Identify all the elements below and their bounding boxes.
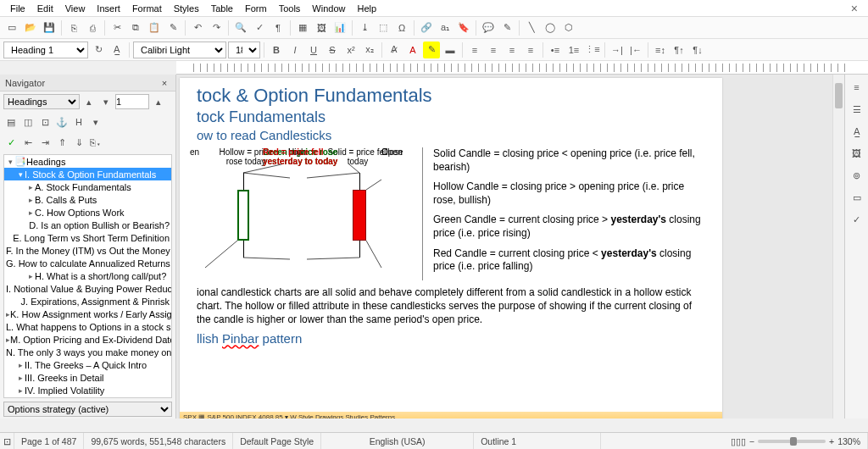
redo-icon[interactable]: ↷ — [208, 19, 225, 36]
menu-tools[interactable]: Tools — [274, 2, 306, 15]
special-char-icon[interactable]: Ω — [393, 19, 410, 36]
paste-icon[interactable]: 📋 — [146, 19, 163, 36]
nav-header-icon[interactable]: ⊡ — [37, 114, 53, 130]
sidebar-inspect-icon[interactable]: ✓ — [848, 210, 866, 229]
status-pagestyle[interactable]: Default Page Style — [233, 433, 321, 449]
superscript-button[interactable]: x² — [342, 42, 359, 58]
new-icon[interactable]: ▭ — [3, 19, 20, 36]
comment-icon[interactable]: 💬 — [480, 19, 497, 36]
font-name-select[interactable]: Calibri Light — [133, 42, 226, 58]
menu-window[interactable]: Window — [307, 2, 350, 15]
export-pdf-icon[interactable]: ⎘ — [65, 19, 82, 36]
nav-next-icon[interactable]: ▾ — [98, 94, 114, 109]
copy-icon[interactable]: ⧉ — [127, 19, 144, 36]
status-save-icon[interactable]: ⊡ — [0, 433, 14, 449]
nav-move-up-icon[interactable]: ⇑ — [54, 135, 70, 150]
paragraph-style-select[interactable]: Heading 1 — [3, 42, 88, 58]
menu-table[interactable]: Table — [206, 2, 238, 15]
menu-styles[interactable]: Styles — [169, 2, 204, 15]
draw-functions-icon[interactable]: ⬡ — [560, 19, 577, 36]
subscript-button[interactable]: x₂ — [361, 42, 378, 58]
tree-row[interactable]: ▸A. Stock Fundamentals — [4, 180, 171, 193]
nav-reminder-icon[interactable]: H — [71, 114, 86, 130]
nav-toggle-icon[interactable]: ◫ — [20, 114, 36, 130]
nav-anchor-icon[interactable]: ⚓ — [54, 114, 70, 130]
navigator-close-icon[interactable]: × — [159, 78, 170, 88]
new-style-icon[interactable]: A̲ — [108, 42, 125, 58]
nav-level-up-icon[interactable]: ▴ — [151, 94, 166, 109]
char-background-icon[interactable]: ▬ — [442, 42, 459, 58]
highlight-color-icon[interactable]: ✎ — [423, 42, 440, 58]
tree-row[interactable]: ▸V. Volume/Open Interest/Liquidity (Bid/… — [4, 396, 171, 398]
document-page[interactable]: tock & Option Fundamentals tock Fundamen… — [180, 78, 722, 419]
underline-button[interactable]: U — [305, 42, 322, 58]
zoom-value[interactable]: 130% — [837, 436, 860, 446]
tree-row[interactable]: ▸K. How Assignment works / Early Assignm… — [4, 308, 171, 320]
nav-demote-icon[interactable]: ⇥ — [37, 135, 53, 150]
status-page[interactable]: Page 1 of 487 — [14, 433, 84, 449]
italic-button[interactable]: I — [287, 42, 303, 58]
close-document-icon[interactable]: × — [846, 0, 863, 17]
tree-row[interactable]: ▸B. Calls & Puts — [4, 193, 171, 206]
nav-prev-icon[interactable]: ▴ — [81, 94, 97, 109]
sidebar-navigator-icon[interactable]: ⊚ — [848, 166, 866, 185]
formatting-marks-icon[interactable]: ¶ — [270, 19, 287, 36]
navigator-tree[interactable]: ▾ 📑 Headings ▾I. Stock & Option Fundamen… — [3, 154, 172, 398]
spellcheck-icon[interactable]: ✓ — [251, 19, 268, 36]
font-color-icon[interactable]: A — [404, 42, 421, 58]
para-spacing-increase-icon[interactable]: ¶↑ — [670, 42, 687, 58]
status-outline[interactable]: Outline 1 — [474, 433, 601, 449]
zoom-in-icon[interactable]: + — [829, 436, 834, 446]
bullet-list-icon[interactable]: •≡ — [547, 42, 564, 58]
tree-row[interactable]: ▾I. Stock & Option Fundamentals — [4, 168, 171, 180]
undo-icon[interactable]: ↶ — [189, 19, 206, 36]
view-layout-icon[interactable]: ▯▯▯ — [731, 436, 746, 446]
nav-drag-mode-icon[interactable]: ⎘▾ — [88, 135, 103, 150]
tree-row[interactable]: ▸C. How Options Work — [4, 206, 171, 219]
increase-indent-icon[interactable]: →| — [609, 42, 626, 58]
navigator-doc-select[interactable]: Options strategy (active) — [3, 402, 172, 417]
tree-row[interactable]: ▸III. Greeks in Detail — [4, 371, 171, 384]
menu-insert[interactable]: Insert — [92, 2, 125, 15]
table-icon[interactable]: ▦ — [294, 19, 311, 36]
find-icon[interactable]: 🔍 — [232, 19, 249, 36]
align-right-icon[interactable]: ≡ — [504, 42, 520, 58]
navigator-level-input[interactable] — [115, 94, 149, 109]
bookmark-icon[interactable]: 🔖 — [455, 19, 472, 36]
nav-promote-icon[interactable]: ⇤ — [20, 135, 36, 150]
sidebar-page-icon[interactable]: ▭ — [848, 188, 866, 207]
line-spacing-icon[interactable]: ≡↕ — [652, 42, 669, 58]
sidebar-properties-icon[interactable]: ☰ — [848, 100, 866, 119]
menu-view[interactable]: View — [60, 2, 91, 15]
tree-row[interactable]: N. The only 3 ways you make money on Opt… — [4, 346, 171, 358]
align-left-icon[interactable]: ≡ — [466, 42, 483, 58]
tree-row[interactable]: ▸H. What is a short/long call/put? — [4, 269, 171, 282]
strikethrough-button[interactable]: S — [324, 42, 341, 58]
para-spacing-decrease-icon[interactable]: ¶↓ — [689, 42, 706, 58]
clear-format-icon[interactable]: A̷ — [386, 42, 403, 58]
navigator-titlebar[interactable]: Navigator × — [0, 75, 175, 91]
cut-icon[interactable]: ✂ — [108, 19, 125, 36]
menu-file[interactable]: File — [5, 2, 31, 15]
tree-row[interactable]: ▸II. The Greeks – A Quick Intro — [4, 358, 171, 371]
update-style-icon[interactable]: ↻ — [90, 42, 107, 58]
tree-row[interactable]: E. Long Term vs Short Term Definition — [4, 231, 171, 244]
sidebar-settings-icon[interactable]: ≡ — [848, 78, 866, 97]
zoom-out-icon[interactable]: − — [749, 436, 754, 446]
sidebar-styles-icon[interactable]: A̲ — [848, 122, 866, 141]
menu-form[interactable]: Form — [240, 2, 272, 15]
tree-row[interactable]: J. Expirations, Assignment & Pinrisk — [4, 295, 171, 308]
tree-row[interactable]: I. Notional Value & Buying Power Reducti… — [4, 282, 171, 295]
nav-content-view-icon[interactable]: ▤ — [3, 114, 19, 130]
align-center-icon[interactable]: ≡ — [485, 42, 502, 58]
navigator-category-select[interactable]: Headings — [3, 94, 80, 109]
sidebar-gallery-icon[interactable]: 🖼 — [848, 144, 866, 163]
menu-help[interactable]: Help — [352, 2, 381, 15]
page-break-icon[interactable]: ⤓ — [356, 19, 373, 36]
hyperlink-icon[interactable]: 🔗 — [418, 19, 435, 36]
tree-row[interactable]: G. How to calculate Annualized Returns (… — [4, 257, 171, 269]
status-language[interactable]: English (USA) — [321, 433, 474, 449]
image-icon[interactable]: 🖼 — [313, 19, 330, 36]
nav-move-down-icon[interactable]: ⇓ — [71, 135, 86, 150]
tree-row[interactable]: F. In the Money (ITM) vs Out the Money (… — [4, 244, 171, 257]
